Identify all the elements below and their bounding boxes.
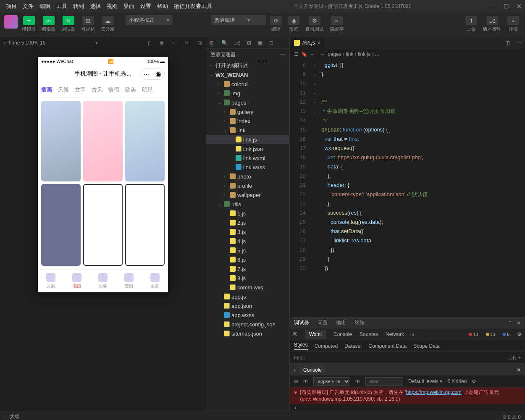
menu-icon[interactable]: ⋯	[141, 68, 152, 79]
devtool-tab[interactable]: Network	[386, 331, 404, 337]
debug-tab[interactable]: 输出	[336, 319, 346, 326]
more-icon[interactable]: ⋯	[280, 51, 285, 58]
tree-node[interactable]: ›colorui	[206, 79, 289, 89]
compile-dropdown[interactable]: 普通编译	[211, 15, 266, 25]
version-button[interactable]: ⎇版本管理	[481, 15, 503, 33]
breadcrumb-path[interactable]: pages › link › link.js › ...	[328, 51, 379, 57]
cut-icon[interactable]: ✂	[185, 39, 189, 46]
preview-button[interactable]: ◉预览	[286, 15, 301, 33]
list-icon[interactable]: ☰	[294, 51, 299, 57]
error-link[interactable]: https://mp.weixin.qq.com	[406, 389, 462, 395]
devtool-tab[interactable]: Wxml	[305, 330, 326, 339]
remote-button[interactable]: ⚙真机调试	[304, 15, 326, 33]
target-icon[interactable]: ◉	[152, 68, 164, 79]
tree-node[interactable]: 3.js	[206, 227, 289, 236]
overflow-icon[interactable]: »	[412, 331, 415, 337]
wallpaper-item[interactable]	[41, 184, 81, 266]
debug-tab[interactable]: 调试器	[294, 319, 309, 326]
menu-item[interactable]: 文件	[20, 1, 36, 12]
cls-toggle[interactable]: .cls	[509, 355, 517, 361]
tree-node[interactable]: comm.wxs	[206, 283, 289, 292]
branch-icon[interactable]: ⎇	[234, 40, 240, 46]
debugger-button[interactable]: ≋调试器	[60, 15, 77, 33]
visual-button[interactable]: ⊞可视化	[79, 15, 97, 33]
menu-item[interactable]: 选择	[87, 1, 103, 12]
tree-node[interactable]: 1.js	[206, 209, 289, 218]
detail-button[interactable]: ≡详情	[506, 15, 521, 33]
menu-item[interactable]: 微信开发者工具	[171, 1, 215, 12]
category-tab[interactable]: 风景	[58, 86, 69, 94]
add-icon[interactable]: +	[518, 355, 521, 361]
copy-icon[interactable]: ⧉	[198, 39, 202, 46]
inspect-icon[interactable]: ⇱	[293, 331, 297, 337]
tree-node[interactable]: 2.js	[206, 218, 289, 227]
eye-icon[interactable]: 👁	[355, 378, 360, 384]
category-tab[interactable]: 明星	[142, 86, 153, 94]
tree-node[interactable]: 5.js	[206, 246, 289, 255]
debug-tab[interactable]: 终端	[354, 319, 365, 326]
tree-node[interactable]: link.js	[206, 135, 289, 144]
files-icon[interactable]: 🗎	[210, 40, 215, 46]
collapse-icon[interactable]: ›	[294, 367, 296, 373]
search-icon[interactable]: 🔍	[221, 40, 228, 46]
minimize-icon[interactable]: —	[490, 3, 496, 10]
style-tab[interactable]: Computed	[315, 343, 338, 349]
tree-node[interactable]: 4.js	[206, 236, 289, 246]
menu-item[interactable]: 工具	[54, 1, 70, 12]
console-prompt[interactable]: ›	[290, 404, 525, 412]
tree-node[interactable]: link.wxss	[206, 163, 289, 172]
tree-node[interactable]: app.wxss	[206, 310, 289, 320]
split-icon[interactable]: ◫	[502, 40, 513, 46]
category-tab[interactable]: 插画	[41, 86, 52, 94]
menu-item[interactable]: 项目	[3, 1, 19, 12]
tree-node[interactable]: ⌄pages	[206, 98, 289, 107]
category-tab[interactable]: 欧美	[125, 86, 136, 94]
editor-tab[interactable]: link.js×	[290, 37, 325, 49]
clear-icon[interactable]: ⊘	[294, 378, 298, 384]
devtool-tab[interactable]: Sources	[360, 331, 378, 337]
compile-button[interactable]: ⟳编译	[268, 15, 284, 33]
tree-node[interactable]: ›gallery	[206, 107, 289, 116]
console-tab[interactable]: Console	[299, 365, 326, 375]
tabbar-item[interactable]: 更多	[150, 273, 160, 289]
tabbar-item[interactable]: 头像	[98, 273, 108, 289]
avatar[interactable]	[4, 15, 18, 29]
device-label[interactable]: iPhone 5 100% 16	[4, 40, 45, 46]
menu-item[interactable]: 视图	[104, 1, 120, 12]
ext-icon[interactable]: ⊡	[269, 40, 273, 46]
menu-item[interactable]: 帮助	[155, 1, 171, 12]
wallpaper-item[interactable]	[41, 101, 81, 181]
tree-node[interactable]: ›photo	[206, 172, 289, 181]
tabbar-item[interactable]: 文案	[46, 273, 55, 289]
tree-node[interactable]: ›img	[206, 89, 289, 98]
tree-node[interactable]: link.wxml	[206, 153, 289, 163]
tree-root[interactable]: ⌄WX_WENAN	[206, 70, 289, 79]
close-icon[interactable]: ✕	[517, 3, 522, 10]
wallpaper-item[interactable]	[83, 184, 123, 266]
mode-dropdown[interactable]: 小程序模式	[126, 15, 173, 25]
filter-input[interactable]	[365, 377, 403, 386]
tree-node[interactable]: 7.js	[206, 264, 289, 273]
tree-node[interactable]: ⌄utils	[206, 200, 289, 209]
back-icon[interactable]: ←	[310, 51, 315, 57]
eye-icon[interactable]: 👁	[303, 378, 308, 384]
devtool-tab[interactable]: Console	[333, 331, 352, 337]
box-icon[interactable]: ▣	[258, 40, 262, 46]
tree-node[interactable]: app.json	[206, 301, 289, 310]
tabbar-item[interactable]: 套图	[124, 273, 134, 289]
chevron-up-icon[interactable]: ⌃	[508, 320, 512, 326]
tree-node[interactable]: ⌄link	[206, 126, 289, 135]
clear-button[interactable]: ≡清缓存	[328, 15, 345, 33]
close-tab-icon[interactable]: ×	[318, 40, 320, 46]
menu-item[interactable]: 编辑	[37, 1, 53, 12]
record-icon[interactable]: ◉	[159, 39, 164, 46]
tree-node[interactable]: project.config.json	[206, 320, 289, 329]
wallpaper-item[interactable]	[83, 101, 123, 181]
code-editor[interactable]: 8910111213141516171819202122232425262728…	[290, 60, 525, 317]
tabbar-item[interactable]: 潮图	[72, 273, 81, 289]
tree-section[interactable]: ›打开的编辑器	[206, 61, 289, 70]
close-icon[interactable]: ✕	[517, 320, 521, 326]
outline-bar[interactable]: › 大纲⊘ 0 ⚠ 0	[0, 412, 525, 420]
wallpaper-item[interactable]	[125, 101, 165, 181]
style-tab[interactable]: Component Data	[368, 343, 407, 349]
